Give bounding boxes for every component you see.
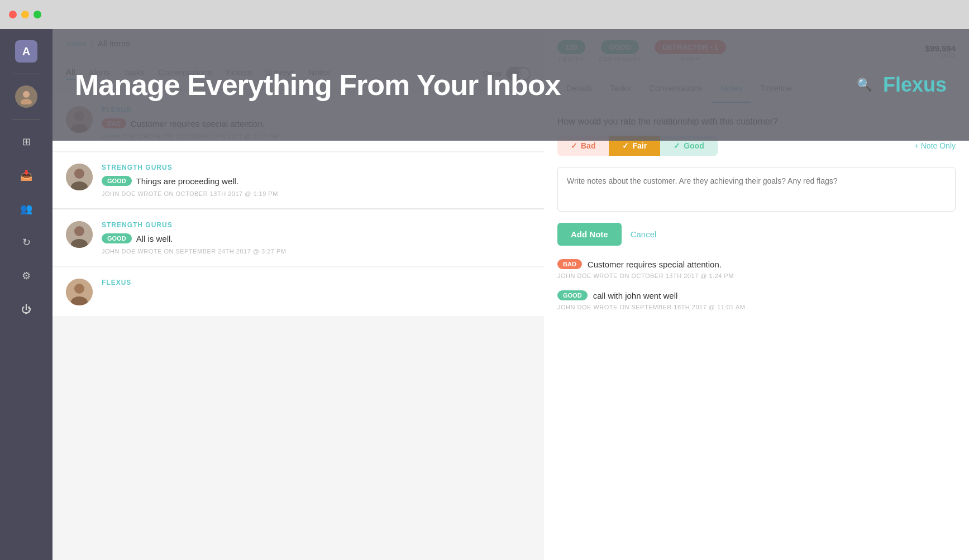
sidebar-team-icon[interactable]: 👥 bbox=[15, 198, 37, 220]
note-entry-meta: JOHN DOE WROTE ON OCTOBER 13TH 2017 @ 1:… bbox=[557, 272, 956, 279]
sidebar-dashboard-icon[interactable]: ⊞ bbox=[15, 131, 37, 153]
inbox-company: FLEXUS bbox=[102, 279, 531, 286]
inbox-item[interactable]: STRENGTH GURUS GOOD Things are proceedin… bbox=[52, 152, 544, 209]
cancel-button[interactable]: Cancel bbox=[631, 229, 657, 239]
avatar bbox=[66, 221, 93, 248]
inbox-company: STRENGTH GURUS bbox=[102, 221, 531, 229]
notes-section: How would you rate the relationship with… bbox=[544, 103, 969, 560]
sidebar-avatar[interactable] bbox=[15, 85, 37, 108]
content-area: Manage Everything From Your Inbox 🔍 Flex… bbox=[52, 29, 969, 560]
sidebar-settings-icon[interactable]: ⚙ bbox=[15, 265, 37, 287]
note-entry-text: call with john went well bbox=[593, 291, 678, 300]
hero-overlay: Manage Everything From Your Inbox 🔍 Flex… bbox=[52, 29, 969, 141]
avatar bbox=[66, 164, 93, 190]
sidebar-sync-icon[interactable]: ↻ bbox=[15, 231, 37, 253]
inbox-meta: JOHN DOE WROTE ON SEPTEMBER 24TH 2017 @ … bbox=[102, 248, 531, 255]
inbox-item-content: FLEXUS bbox=[102, 279, 531, 295]
sidebar-power-icon[interactable]: ⏻ bbox=[15, 298, 37, 320]
check-icon: ✓ bbox=[674, 141, 680, 150]
check-icon: ✓ bbox=[571, 141, 577, 150]
inbox-list: FLEXUS BAD Customer requires special att… bbox=[52, 89, 544, 560]
maximize-button[interactable] bbox=[34, 11, 41, 18]
svg-point-6 bbox=[74, 169, 84, 179]
svg-point-9 bbox=[74, 226, 84, 236]
svg-point-1 bbox=[21, 99, 32, 104]
inbox-item[interactable]: FLEXUS bbox=[52, 267, 544, 317]
sidebar-divider-1 bbox=[12, 74, 40, 74]
inbox-item[interactable]: STRENGTH GURUS GOOD All is well. JOHN DO… bbox=[52, 210, 544, 266]
svg-point-12 bbox=[74, 284, 84, 294]
note-actions: Add Note Cancel bbox=[557, 223, 956, 246]
hero-title: Manage Everything From Your Inbox bbox=[75, 68, 560, 102]
inbox-item-content: STRENGTH GURUS GOOD Things are proceedin… bbox=[102, 164, 531, 197]
badge-good: GOOD bbox=[102, 233, 132, 243]
inbox-text: Things are proceeding well. bbox=[136, 176, 238, 186]
close-button[interactable] bbox=[9, 11, 17, 18]
note-only-button[interactable]: + Note Only bbox=[914, 141, 956, 150]
note-entry: BAD Customer requires special attention.… bbox=[557, 259, 956, 279]
app-layout: A ⊞ 📥 👥 ↻ ⚙ ⏻ Manage Everything From You… bbox=[0, 29, 969, 560]
badge-good: GOOD bbox=[557, 290, 588, 300]
note-textarea[interactable] bbox=[557, 167, 956, 212]
sidebar-inbox-icon[interactable]: 📥 bbox=[15, 164, 37, 186]
note-entry: GOOD call with john went well JOHN DOE W… bbox=[557, 290, 956, 310]
hero-brand: Flexus bbox=[883, 73, 947, 97]
inbox-item-content: STRENGTH GURUS GOOD All is well. JOHN DO… bbox=[102, 221, 531, 255]
inbox-company: STRENGTH GURUS bbox=[102, 164, 531, 171]
sidebar: A ⊞ 📥 👥 ↻ ⚙ ⏻ bbox=[0, 29, 52, 560]
check-icon: ✓ bbox=[622, 141, 629, 150]
note-entry-text: Customer requires special attention. bbox=[588, 260, 722, 269]
minimize-button[interactable] bbox=[21, 11, 29, 18]
note-entry-meta: JOHN DOE WROTE ON SEPTEMBER 18TH 2017 @ … bbox=[557, 304, 956, 310]
app-logo: A bbox=[15, 40, 37, 63]
note-entry-message: BAD Customer requires special attention. bbox=[557, 259, 956, 269]
avatar bbox=[66, 279, 93, 305]
note-entry-message: GOOD call with john went well bbox=[557, 290, 956, 300]
sidebar-divider-2 bbox=[12, 119, 40, 119]
inbox-text: All is well. bbox=[136, 234, 173, 243]
inbox-meta: JOHN DOE WROTE ON OCTOBER 13TH 2017 @ 1:… bbox=[102, 190, 531, 197]
inbox-message: GOOD Things are proceeding well. bbox=[102, 176, 531, 186]
title-bar bbox=[0, 0, 969, 29]
inbox-message: GOOD All is well. bbox=[102, 233, 531, 243]
badge-bad: BAD bbox=[557, 259, 582, 269]
hero-search-icon[interactable]: 🔍 bbox=[857, 78, 872, 92]
svg-point-0 bbox=[23, 91, 30, 98]
badge-good: GOOD bbox=[102, 176, 132, 186]
add-note-button[interactable]: Add Note bbox=[557, 223, 622, 246]
